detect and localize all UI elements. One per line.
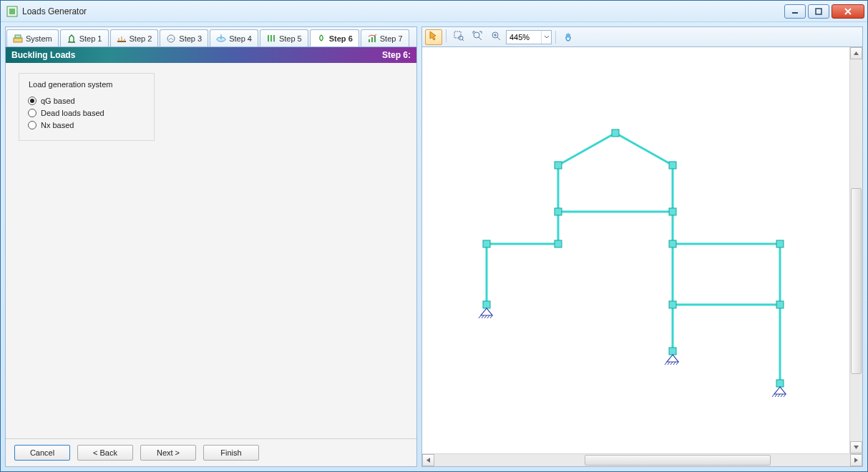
zoom-window-icon: [453, 30, 464, 44]
finish-button[interactable]: Finish: [203, 445, 259, 461]
step-title: Buckling Loads: [11, 50, 75, 60]
back-button[interactable]: < Back: [77, 445, 133, 461]
svg-rect-54: [669, 301, 676, 308]
pan-tool-button[interactable]: [560, 29, 577, 45]
radio-icon: [28, 97, 36, 105]
radio-qg-based[interactable]: qG based: [28, 97, 145, 105]
svg-line-31: [615, 133, 673, 165]
tab-step-4[interactable]: Step 4: [210, 29, 258, 46]
tab-step-2[interactable]: Step 2: [110, 29, 159, 46]
svg-rect-53: [776, 240, 784, 247]
svg-line-30: [558, 133, 615, 165]
window-buttons: [784, 4, 864, 19]
svg-rect-21: [454, 31, 461, 38]
cancel-button[interactable]: Cancel: [14, 445, 70, 461]
scroll-right-icon[interactable]: [850, 454, 862, 466]
canvas[interactable]: [422, 47, 862, 453]
scroll-left-icon[interactable]: [422, 454, 434, 466]
svg-rect-51: [555, 240, 562, 247]
app-icon: [6, 6, 18, 17]
wizard-pane: SystemStep 1Step 2Step 3Step 4Step 5Step…: [5, 26, 417, 467]
tab-step-7[interactable]: Step 7: [361, 29, 409, 46]
step1-icon: [67, 34, 77, 44]
tab-step-1[interactable]: Step 1: [60, 29, 109, 46]
app-window: Loads Generator SystemStep 1Step 2Step 3…: [0, 0, 868, 472]
wizard-tabstrip: SystemStep 1Step 2Step 3Step 4Step 5Step…: [6, 27, 416, 47]
chevron-down-icon[interactable]: [541, 31, 551, 44]
pan-icon: [562, 31, 574, 43]
radio-nx-based[interactable]: Nx based: [28, 121, 145, 129]
svg-rect-47: [669, 162, 676, 169]
zoom-in-tool-button[interactable]: [487, 29, 504, 45]
step7-icon: [367, 34, 377, 44]
step-header: Buckling Loads Step 6:: [6, 47, 416, 63]
zoom-input[interactable]: [507, 31, 541, 44]
svg-line-25: [479, 37, 482, 40]
step2-icon: [117, 34, 127, 44]
tab-label: Step 7: [380, 34, 403, 43]
vertical-scrollbar[interactable]: [849, 47, 862, 453]
horizontal-scrollbar[interactable]: [422, 453, 862, 466]
titlebar: Loads Generator: [1, 1, 867, 22]
svg-rect-56: [483, 301, 490, 308]
structure-drawing: [422, 47, 848, 453]
zoom-combobox[interactable]: [506, 30, 552, 44]
radio-label: Dead loads based: [41, 109, 104, 117]
scroll-up-icon[interactable]: [850, 47, 862, 59]
svg-rect-52: [669, 240, 676, 247]
tab-label: Step 1: [79, 34, 102, 43]
next-button[interactable]: Next >: [140, 445, 196, 461]
svg-rect-48: [555, 208, 562, 215]
close-button[interactable]: [832, 4, 864, 19]
svg-rect-1: [9, 9, 15, 14]
system-icon: [13, 34, 23, 44]
viewport-pane: [421, 26, 863, 467]
step4-icon: [216, 34, 226, 44]
radio-label: qG based: [41, 97, 75, 105]
zoom-window-tool-button[interactable]: [450, 29, 467, 45]
svg-rect-55: [776, 301, 784, 308]
group-legend: Load generation system: [26, 80, 114, 89]
svg-rect-45: [612, 129, 619, 137]
svg-rect-7: [15, 35, 21, 38]
tab-system[interactable]: System: [6, 29, 59, 46]
svg-rect-6: [14, 38, 22, 42]
tab-step-3[interactable]: Step 3: [160, 29, 208, 46]
tab-label: System: [26, 34, 52, 43]
svg-rect-18: [369, 39, 370, 42]
zoom-fit-icon: [472, 30, 483, 44]
step-indicator: Step 6:: [382, 50, 411, 60]
svg-rect-3: [816, 9, 821, 14]
zoom-fit-tool-button[interactable]: [469, 29, 486, 45]
tab-step-6[interactable]: Step 6: [310, 29, 359, 46]
step3-icon: [166, 34, 176, 44]
minimize-button[interactable]: [784, 4, 806, 19]
svg-rect-20: [374, 36, 376, 42]
radio-icon: [28, 109, 36, 117]
tab-label: Step 5: [279, 34, 302, 43]
scroll-down-icon[interactable]: [850, 441, 862, 453]
content: SystemStep 1Step 2Step 3Step 4Step 5Step…: [1, 22, 867, 471]
step5-icon: [266, 34, 276, 44]
tab-label: Step 2: [130, 34, 152, 43]
zoom-in-icon: [490, 30, 502, 44]
maximize-button[interactable]: [808, 4, 829, 19]
svg-rect-58: [776, 380, 784, 387]
window-title: Loads Generator: [22, 6, 784, 16]
svg-rect-19: [371, 37, 373, 42]
svg-line-64: [665, 362, 667, 365]
pointer-tool-button[interactable]: [425, 29, 442, 45]
step6-icon: [316, 34, 326, 44]
svg-line-27: [497, 37, 500, 40]
svg-point-24: [474, 32, 479, 38]
svg-line-23: [462, 39, 464, 41]
tab-step-5[interactable]: Step 5: [260, 29, 308, 46]
svg-rect-57: [669, 348, 676, 355]
radio-dead-loads-based[interactable]: Dead loads based: [28, 109, 145, 117]
svg-rect-50: [483, 240, 490, 247]
wizard-button-bar: Cancel < Back Next > Finish: [6, 438, 416, 466]
tab-label: Step 4: [229, 34, 252, 43]
svg-rect-49: [669, 208, 676, 215]
pointer-icon: [428, 30, 439, 44]
svg-line-59: [479, 315, 481, 318]
